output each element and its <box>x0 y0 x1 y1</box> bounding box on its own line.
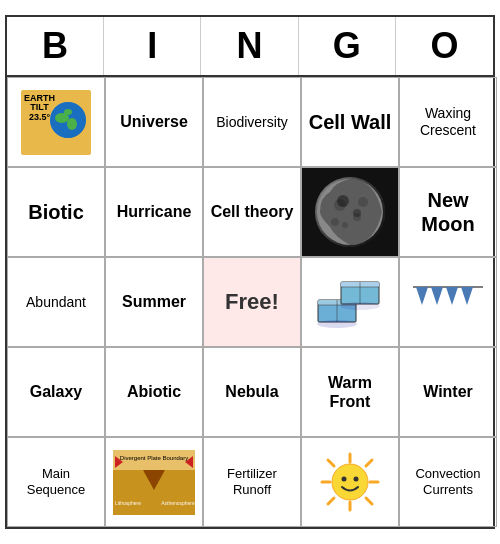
cell-i4: Abiotic <box>105 347 203 437</box>
cell-b3: Abundant <box>7 257 105 347</box>
moon-image <box>315 177 385 247</box>
cell-o5-text: Convection Currents <box>404 466 492 497</box>
cell-o5: Convection Currents <box>399 437 497 527</box>
header-n: N <box>201 17 298 75</box>
cell-i2-text: Hurricane <box>117 202 192 221</box>
svg-rect-26 <box>113 450 195 472</box>
header-g: G <box>299 17 396 75</box>
cell-n3-text: Free! <box>225 289 279 315</box>
cell-o3 <box>399 257 497 347</box>
cell-n2: Cell theory <box>203 167 301 257</box>
cell-n5: Fertilizer Runoff <box>203 437 301 527</box>
cell-g4-text: Warm Front <box>306 373 394 411</box>
earth-globe <box>50 102 86 138</box>
cell-g1-text: Cell Wall <box>309 110 392 134</box>
cell-i1-text: Universe <box>120 112 188 131</box>
cell-i2: Hurricane <box>105 167 203 257</box>
cell-i3: Summer <box>105 257 203 347</box>
svg-point-3 <box>64 109 72 115</box>
cell-g3 <box>301 257 399 347</box>
cell-g2 <box>301 167 399 257</box>
svg-text:Divergent Plate Boundary: Divergent Plate Boundary <box>120 455 188 461</box>
cell-i5: Divergent Plate Boundary Lithosphere Ast… <box>105 437 203 527</box>
cell-b3-text: Abundant <box>26 294 86 311</box>
cell-b1: EARTHTILT23.5° <box>7 77 105 167</box>
cell-n3: Free! <box>203 257 301 347</box>
cell-b4: Galaxy <box>7 347 105 437</box>
svg-point-45 <box>354 477 359 482</box>
bingo-grid: EARTHTILT23.5° Universe Biodiversity Cel… <box>7 77 493 527</box>
cell-o4-text: Winter <box>423 382 473 401</box>
header-i: I <box>104 17 201 75</box>
cell-n5-text: Fertilizer Runoff <box>208 466 296 497</box>
cell-b4-text: Galaxy <box>30 382 82 401</box>
earth-tilt-image: EARTHTILT23.5° <box>21 90 91 155</box>
svg-marker-24 <box>461 287 473 305</box>
cell-b5-text: Main Sequence <box>12 466 100 497</box>
cell-n4: Nebula <box>203 347 301 437</box>
svg-line-40 <box>366 498 372 504</box>
cell-b2-text: Biotic <box>28 200 84 224</box>
cell-o1-text: Waxing Crescent <box>404 105 492 139</box>
cell-o2: New Moon <box>399 167 497 257</box>
svg-text:Lithosphere: Lithosphere <box>115 500 141 506</box>
svg-marker-23 <box>446 287 458 305</box>
cell-i4-text: Abiotic <box>127 382 181 401</box>
header-b: B <box>7 17 104 75</box>
svg-line-39 <box>328 460 334 466</box>
cell-n1-text: Biodiversity <box>216 114 288 131</box>
svg-marker-21 <box>416 287 428 305</box>
cell-o2-text: New Moon <box>404 188 492 236</box>
moon-svg <box>315 177 385 247</box>
svg-point-43 <box>332 464 368 500</box>
header-o: O <box>396 17 493 75</box>
bingo-card: B I N G O EARTHTILT23.5° Universe <box>5 15 495 529</box>
cell-n2-text: Cell theory <box>211 202 294 221</box>
blocks-svg <box>313 272 388 332</box>
cell-i3-text: Summer <box>122 292 186 311</box>
sun-svg <box>320 452 380 512</box>
bingo-header: B I N G O <box>7 17 493 77</box>
svg-line-41 <box>366 460 372 466</box>
svg-point-44 <box>342 477 347 482</box>
cell-g4: Warm Front <box>301 347 399 437</box>
svg-marker-22 <box>431 287 443 305</box>
cell-i1: Universe <box>105 77 203 167</box>
svg-point-14 <box>317 320 357 328</box>
svg-line-42 <box>328 498 334 504</box>
cell-n1: Biodiversity <box>203 77 301 167</box>
boundary-svg: Divergent Plate Boundary Lithosphere Ast… <box>113 450 195 515</box>
cell-g5 <box>301 437 399 527</box>
svg-text:Asthenosphere: Asthenosphere <box>161 500 195 506</box>
pennants-svg <box>408 277 488 327</box>
cell-g1: Cell Wall <box>301 77 399 167</box>
svg-point-2 <box>67 118 77 130</box>
cell-b5: Main Sequence <box>7 437 105 527</box>
cell-o4: Winter <box>399 347 497 437</box>
cell-b2: Biotic <box>7 167 105 257</box>
svg-point-19 <box>340 302 380 310</box>
cell-o1: Waxing Crescent <box>399 77 497 167</box>
cell-n4-text: Nebula <box>225 382 278 401</box>
